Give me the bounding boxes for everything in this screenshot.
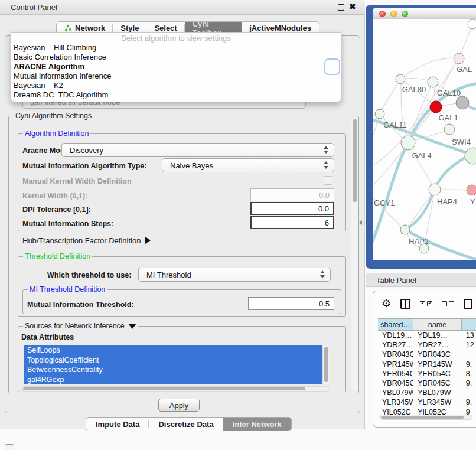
- export-table-icon[interactable]: [464, 299, 472, 309]
- gear-icon[interactable]: ⚙: [382, 298, 391, 309]
- column-header[interactable]: name: [413, 319, 462, 330]
- table-panel-title: Table Panel: [376, 276, 416, 285]
- hub-definition-toggle[interactable]: Hub/Transcription Factor Definition: [22, 236, 151, 245]
- network-node-gal1[interactable]: [430, 101, 442, 113]
- panel-splitter-handle[interactable]: [359, 220, 362, 225]
- data-attributes-list[interactable]: SelfLoopsTopologicalCoefficientBetweenne…: [24, 345, 322, 384]
- attributes-hscrollbar[interactable]: [21, 386, 329, 392]
- network-node-hap2[interactable]: [400, 225, 410, 234]
- table-cell: YER054C: [378, 370, 413, 378]
- algorithm-option[interactable]: ARACNE Algorithm: [11, 62, 341, 71]
- aracne-mode-combobox[interactable]: Discovery: [61, 143, 334, 157]
- network-window-titlebar[interactable]: [373, 8, 476, 19]
- close-icon[interactable]: ✖: [349, 2, 356, 11]
- network-node-gal11[interactable]: [375, 109, 384, 119]
- sources-title[interactable]: Sources for Network Inference: [23, 322, 138, 330]
- table-row[interactable]: YBR045CYBR045C9.: [378, 379, 476, 388]
- network-edge: [408, 143, 435, 190]
- bottom-tab-label: Infer Network: [233, 420, 282, 429]
- data-attribute-item[interactable]: BetweennessCentrality: [24, 365, 322, 375]
- network-node-hap4[interactable]: [429, 184, 441, 195]
- network-node-y[interactable]: [467, 185, 476, 195]
- table-cell: 12: [462, 341, 476, 349]
- apply-button[interactable]: Apply: [158, 399, 200, 412]
- mi-steps-field[interactable]: 6: [250, 216, 334, 229]
- table-hscrollbar[interactable]: [379, 415, 472, 420]
- mi-algorithm-type-value: Naive Bayes: [170, 161, 213, 170]
- minimize-traffic-light-icon[interactable]: [390, 11, 397, 17]
- network-node-label: GAL: [457, 65, 472, 74]
- network-node[interactable]: [468, 19, 476, 29]
- network-graph: GALGAL80GAL10GAL1GAL11SWI4GAL4GCY1HAP4YH…: [373, 19, 476, 260]
- panel-bottom-divider: [5, 433, 360, 433]
- network-node-gal4[interactable]: [401, 136, 415, 150]
- bottom-tab-infer-network[interactable]: Infer Network: [223, 418, 291, 431]
- table-row[interactable]: YDR27…YDR27…12: [378, 340, 476, 350]
- table-row[interactable]: YLR345WYLR345W9.: [378, 397, 476, 407]
- kernel-width-field[interactable]: 0.0: [250, 188, 334, 201]
- network-node-label: HAP4: [437, 197, 457, 206]
- settings-scrollbar-thumb[interactable]: [353, 119, 357, 202]
- deselect-all-checkboxes-icon[interactable]: [442, 301, 454, 306]
- data-attribute-item[interactable]: gal4RGexp: [24, 375, 322, 385]
- table-panel-body: ⚙ shared…name YDL19…YDL19…13YDR27…YDR27……: [373, 291, 476, 428]
- table-row[interactable]: YBL079WYBL079W: [378, 388, 476, 397]
- mi-algorithm-type-combobox[interactable]: Naive Bayes: [162, 158, 334, 172]
- table-cell: YBL079W: [413, 389, 462, 397]
- algorithm-option[interactable]: Basic Correlation Inference: [11, 53, 341, 62]
- attributes-scrollbar[interactable]: [322, 345, 329, 384]
- table-cell: YPR145W: [378, 360, 413, 369]
- select-all-checkboxes-icon[interactable]: [420, 301, 432, 306]
- network-canvas[interactable]: GALGAL80GAL10GAL1GAL11SWI4GAL4GCY1HAP4YH…: [373, 19, 476, 260]
- float-window-icon[interactable]: [338, 4, 344, 11]
- cyni-bottom-tabbar: Impute DataDiscretize DataInfer Network: [86, 417, 292, 431]
- network-node-gal10[interactable]: [428, 77, 438, 87]
- which-threshold-combobox[interactable]: MI Threshold: [138, 268, 331, 282]
- table-row[interactable]: YPR145WYPR145W9.: [378, 360, 476, 369]
- column-layout-icon[interactable]: [400, 299, 410, 309]
- table-cell: YLR345W: [378, 398, 413, 406]
- mi-threshold-field[interactable]: 0.5: [248, 297, 334, 310]
- settings-scrollbar[interactable]: [351, 118, 358, 391]
- network-node-gal[interactable]: [454, 53, 464, 64]
- table-cell: YER054C: [413, 370, 462, 378]
- attributes-scrollbar-thumb[interactable]: [324, 347, 328, 382]
- which-threshold-label: Which threshold to use:: [47, 271, 131, 279]
- network-node-gal80[interactable]: [396, 74, 405, 84]
- table-cell: 13: [462, 331, 476, 340]
- dpi-tolerance-field[interactable]: 0.0: [250, 202, 334, 215]
- table-hscrollbar-thumb[interactable]: [381, 416, 464, 419]
- collapsed-panel-button[interactable]: [5, 444, 14, 450]
- manual-kernel-width-checkbox[interactable]: [324, 176, 332, 185]
- column-header[interactable]: shared…: [378, 319, 413, 330]
- focused-combobox-ring: [324, 58, 340, 75]
- data-attribute-item[interactable]: SelfLoops: [24, 345, 322, 356]
- network-node-swi4[interactable]: [444, 124, 455, 135]
- algorithm-option[interactable]: Bayesian – Hill Climbing: [11, 43, 341, 53]
- network-node[interactable]: [465, 148, 476, 164]
- column-header[interactable]: [462, 319, 476, 330]
- control-panel: Control Panel ✖ NetworkStyleSelectCyni T…: [0, 0, 365, 429]
- collapsed-arrow-icon: [145, 237, 151, 244]
- zoom-traffic-light-icon[interactable]: [402, 11, 408, 17]
- manual-kernel-width-label: Manual Kernel Width Definition: [22, 177, 132, 185]
- network-node[interactable]: [456, 96, 469, 109]
- algorithm-option[interactable]: Bayesian – K2: [11, 81, 341, 90]
- table-cell: YDR27…: [378, 341, 413, 349]
- bottom-tab-impute-data[interactable]: Impute Data: [86, 418, 149, 431]
- network-node[interactable]: [419, 244, 429, 253]
- table-row[interactable]: YER054CYER054C8.: [378, 369, 476, 379]
- algorithm-option[interactable]: Dream8 DC_TDC Algorithm: [11, 90, 341, 100]
- algorithm-option[interactable]: Mutual Information Inference: [11, 71, 341, 81]
- tab-label: Style: [120, 24, 139, 32]
- table-row[interactable]: YBR043CYBR043C: [378, 350, 476, 359]
- close-traffic-light-icon[interactable]: [379, 11, 386, 17]
- mi-algorithm-type-label: Mutual Information Algorithm Type:: [22, 162, 146, 170]
- mi-steps-label: Mutual Information Steps:: [22, 220, 113, 228]
- network-node-label: GCY1: [374, 198, 395, 207]
- table-row[interactable]: YDL19…YDL19…13: [378, 331, 476, 340]
- data-attribute-item[interactable]: TopologicalCoefficient: [24, 356, 322, 366]
- tab-label: Select: [154, 24, 177, 32]
- bottom-tab-discretize-data[interactable]: Discretize Data: [149, 418, 223, 431]
- attributes-hscrollbar-thumb[interactable]: [23, 387, 305, 390]
